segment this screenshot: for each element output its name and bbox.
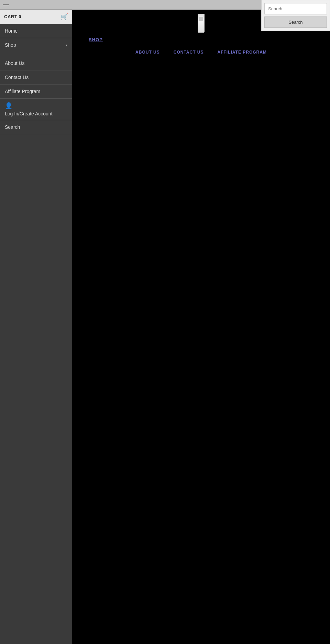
sidebar-item-shop[interactable]: Shop ▾ <box>0 38 72 56</box>
sidebar-item-affiliate-label: Affiliate Program <box>5 89 40 94</box>
sidebar-item-login[interactable]: 👤 Log In/Create Account <box>0 99 72 120</box>
sidebar-item-home-label: Home <box>5 28 18 34</box>
sidebar-item-search[interactable]: Search <box>0 120 72 134</box>
search-popup: Search <box>261 0 330 31</box>
search-input[interactable] <box>264 3 327 14</box>
logo-area <box>198 14 205 33</box>
sidebar-login-label: Log In/Create Account <box>5 111 53 116</box>
sidebar-search-label: Search <box>5 124 20 130</box>
sidebar-item-about[interactable]: About Us <box>0 56 72 70</box>
main-nav-about[interactable]: ABOUT US <box>135 50 160 55</box>
search-submit-label: Search <box>288 20 302 25</box>
main-nav-contact[interactable]: CONTACT US <box>174 50 204 55</box>
cart-icon: 🛒 <box>60 13 68 21</box>
sidebar-top-bar <box>0 0 72 10</box>
shop-dropdown <box>5 49 67 52</box>
user-icon: 👤 <box>5 102 12 110</box>
sidebar-item-shop-label: Shop <box>5 42 16 48</box>
sidebar-item-contact-label: Contact Us <box>5 75 29 80</box>
cart-label: CART 0 <box>4 14 21 19</box>
sidebar: CART 0 🛒 Home Shop ▾ About Us Contact Us… <box>0 0 72 644</box>
main-nav-affiliate[interactable]: AFFILIATE PROGRAM <box>218 50 267 55</box>
search-submit-button[interactable]: Search <box>264 16 327 28</box>
top-bar-decoration <box>3 4 9 5</box>
cart-button[interactable]: CART 0 🛒 <box>0 10 72 24</box>
sidebar-item-contact[interactable]: Contact Us <box>0 70 72 84</box>
chevron-down-icon: ▾ <box>66 43 67 47</box>
sidebar-nav: Home Shop ▾ About Us Contact Us Affiliat… <box>0 24 72 644</box>
sidebar-item-home[interactable]: Home <box>0 24 72 38</box>
product-image <box>198 14 205 33</box>
sidebar-item-about-label: About Us <box>5 60 25 66</box>
main-shop-link[interactable]: SHOP <box>89 37 103 42</box>
main-nav-links: ABOUT US CONTACT US AFFILIATE PROGRAM <box>72 50 330 55</box>
main-content: SHOP ABOUT US CONTACT US AFFILIATE PROGR… <box>72 0 330 644</box>
dark-overlay <box>72 57 330 644</box>
sidebar-item-affiliate[interactable]: Affiliate Program <box>0 84 72 99</box>
